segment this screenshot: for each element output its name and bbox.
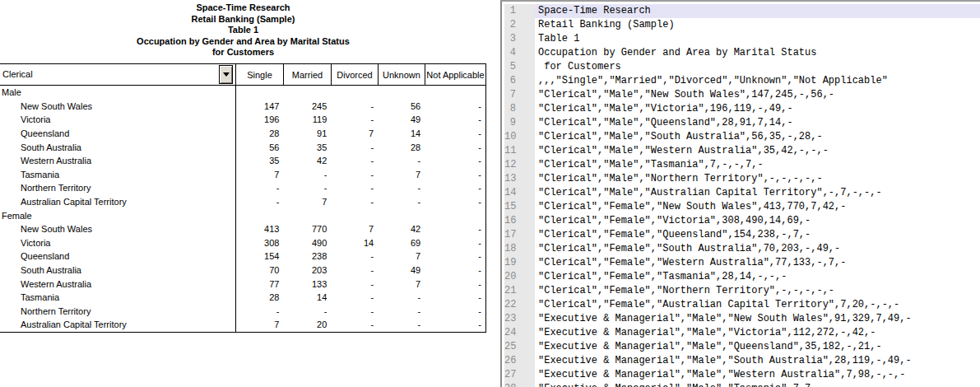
- editor-line-text[interactable]: ,,,"Single","Married","Divorced","Unknow…: [535, 74, 980, 88]
- column-header-married[interactable]: Married: [284, 64, 332, 85]
- group-label: Male: [0, 86, 236, 100]
- line-number: 25: [504, 340, 535, 354]
- data-cell: -: [425, 183, 485, 193]
- editor-line[interactable]: 17"Clerical","Female","Queensland",154,2…: [502, 228, 980, 242]
- column-header-not-applicable[interactable]: Not Applicable: [425, 64, 486, 85]
- editor-line-text[interactable]: "Clerical","Female","Northern Territory"…: [535, 284, 980, 298]
- editor-line[interactable]: 11"Clerical","Male","Western Australia",…: [502, 144, 980, 158]
- editor-line-text[interactable]: "Clerical","Female","Australian Capital …: [535, 298, 980, 312]
- column-header-unknown[interactable]: Unknown: [379, 64, 425, 85]
- occupation-dropdown-value: Clerical: [2, 64, 33, 85]
- data-cell: -: [425, 170, 485, 180]
- data-cell: 203: [283, 265, 331, 275]
- data-cell: -: [331, 306, 378, 316]
- data-cell: 56: [236, 142, 284, 152]
- data-cell: -: [425, 224, 485, 234]
- editor-line-text[interactable]: "Clerical","Male","Northern Territory",-…: [535, 172, 980, 186]
- column-header-single[interactable]: Single: [236, 64, 284, 85]
- group-label-row: Male: [0, 86, 485, 100]
- line-number: 27: [504, 368, 535, 382]
- line-number: 18: [504, 242, 535, 256]
- data-cell: -: [331, 170, 378, 180]
- data-cell: 28: [236, 128, 284, 138]
- editor-line[interactable]: 3Table 1: [502, 32, 980, 46]
- column-header-divorced[interactable]: Divorced: [332, 64, 379, 85]
- editor-line-text[interactable]: Occupation by Gender and Area by Marital…: [535, 46, 980, 60]
- editor-line[interactable]: 22"Clerical","Female","Australian Capita…: [502, 298, 980, 312]
- editor-line-text[interactable]: "Executive & Managerial","Male","Queensl…: [535, 340, 980, 354]
- editor-line[interactable]: 16"Clerical","Female","Victoria",308,490…: [502, 214, 980, 228]
- line-number: 11: [504, 144, 535, 158]
- editor-line[interactable]: 12"Clerical","Male","Tasmania",7,-,-,7,-: [502, 158, 980, 172]
- line-number: 12: [504, 158, 535, 172]
- editor-line[interactable]: 20"Clerical","Female","Tasmania",28,14,-…: [502, 270, 980, 284]
- line-number: 8: [504, 102, 535, 116]
- line-number: 28: [504, 382, 535, 387]
- editor-line-text[interactable]: "Executive & Managerial","Male","South A…: [535, 354, 980, 368]
- editor-line-text[interactable]: "Clerical","Female","New South Wales",41…: [535, 200, 980, 214]
- editor-line[interactable]: 9"Clerical","Male","Queensland",28,91,7,…: [502, 116, 980, 130]
- editor-line-text[interactable]: "Executive & Managerial","Male","Victori…: [535, 326, 980, 340]
- editor-line[interactable]: 8"Clerical","Male","Victoria",196,119,-,…: [502, 102, 980, 116]
- editor-line[interactable]: 10"Clerical","Male","South Australia",56…: [502, 130, 980, 144]
- data-cell: 196: [236, 114, 284, 124]
- dropdown-arrow-button[interactable]: [219, 65, 233, 84]
- editor-line-text[interactable]: "Executive & Managerial","Male","Western…: [535, 368, 980, 382]
- editor-line[interactable]: 26"Executive & Managerial","Male","South…: [502, 354, 980, 368]
- line-number: 6: [504, 74, 535, 88]
- editor-line[interactable]: 7"Clerical","Male","New South Wales",147…: [502, 88, 980, 102]
- editor-line[interactable]: 2Retail Banking (Sample): [502, 18, 980, 32]
- line-number: 4: [504, 46, 535, 60]
- editor-line[interactable]: 1Space-Time Research: [502, 4, 980, 18]
- data-cell: -: [283, 183, 331, 193]
- editor-line-text[interactable]: "Clerical","Male","Victoria",196,119,-,4…: [535, 102, 980, 116]
- editor-line[interactable]: 23"Executive & Managerial","Male","New S…: [502, 312, 980, 326]
- editor-line[interactable]: 19"Clerical","Female","Western Australia…: [502, 256, 980, 270]
- editor-line-text[interactable]: "Clerical","Female","Tasmania",28,14,-,-…: [535, 270, 980, 284]
- csv-editor-pane[interactable]: 1Space-Time Research2Retail Banking (Sam…: [500, 0, 980, 387]
- editor-line-text[interactable]: Retail Banking (Sample): [535, 18, 980, 32]
- table-row: Queensland154238-7-: [0, 249, 485, 263]
- editor-line[interactable]: 5 for Customers: [502, 60, 980, 74]
- editor-line-text[interactable]: "Clerical","Female","Western Australia",…: [535, 256, 980, 270]
- editor-line-text[interactable]: "Clerical","Female","Queensland",154,238…: [535, 228, 980, 242]
- data-cell: -: [331, 142, 378, 152]
- editor-line[interactable]: 25"Executive & Managerial","Male","Queen…: [502, 340, 980, 354]
- data-cell: 14: [283, 292, 331, 302]
- editor-line[interactable]: 4Occupation by Gender and Area by Marita…: [502, 46, 980, 60]
- editor-line-text[interactable]: "Clerical","Male","Queensland",28,91,7,1…: [535, 116, 980, 130]
- data-cell: -: [331, 319, 378, 329]
- editor-line-text[interactable]: "Clerical","Female","Victoria",308,490,1…: [535, 214, 980, 228]
- editor-line-text[interactable]: "Executive & Managerial","Male","Tasmani…: [535, 382, 980, 387]
- row-label: Queensland: [0, 127, 236, 141]
- editor-line-text[interactable]: "Clerical","Male","South Australia",56,3…: [535, 130, 980, 144]
- row-label: Northern Territory: [0, 305, 236, 319]
- editor-line-text[interactable]: "Executive & Managerial","Male","New Sou…: [535, 312, 980, 326]
- row-label: Australian Capital Territory: [0, 195, 236, 209]
- editor-line[interactable]: 21"Clerical","Female","Northern Territor…: [502, 284, 980, 298]
- editor-line[interactable]: 6,,,"Single","Married","Divorced","Unkno…: [502, 74, 980, 88]
- table-row: Northern Territory-----: [0, 305, 485, 319]
- row-label: Western Australia: [0, 154, 236, 168]
- editor-line[interactable]: 28"Executive & Managerial","Male","Tasma…: [502, 382, 980, 387]
- editor-line[interactable]: 24"Executive & Managerial","Male","Victo…: [502, 326, 980, 340]
- editor-line[interactable]: 14"Clerical","Male","Australian Capital …: [502, 186, 980, 200]
- editor-line[interactable]: 15"Clerical","Female","New South Wales",…: [502, 200, 980, 214]
- data-cell: -: [283, 170, 331, 180]
- table-body: MaleNew South Wales147245-56-Victoria196…: [0, 86, 486, 333]
- occupation-dropdown[interactable]: Clerical: [0, 64, 236, 85]
- table-row: Tasmania2814---: [0, 291, 485, 305]
- editor-line-text[interactable]: "Clerical","Male","Western Australia",35…: [535, 144, 980, 158]
- editor-line[interactable]: 18"Clerical","Female","South Australia",…: [502, 242, 980, 256]
- editor-line-text[interactable]: "Clerical","Male","New South Wales",147,…: [535, 88, 980, 102]
- editor-line[interactable]: 27"Executive & Managerial","Male","Weste…: [502, 368, 980, 382]
- data-cell: 14: [378, 128, 425, 138]
- data-cell: 49: [378, 265, 425, 275]
- editor-line-text[interactable]: Space-Time Research: [535, 4, 980, 18]
- editor-line-text[interactable]: "Clerical","Male","Australian Capital Te…: [535, 186, 980, 200]
- editor-line[interactable]: 13"Clerical","Male","Northern Territory"…: [502, 172, 980, 186]
- editor-line-text[interactable]: "Clerical","Male","Tasmania",7,-,-,7,-: [535, 158, 980, 172]
- editor-line-text[interactable]: "Clerical","Female","South Australia",70…: [535, 242, 980, 256]
- editor-line-text[interactable]: for Customers: [535, 60, 980, 74]
- editor-line-text[interactable]: Table 1: [535, 32, 980, 46]
